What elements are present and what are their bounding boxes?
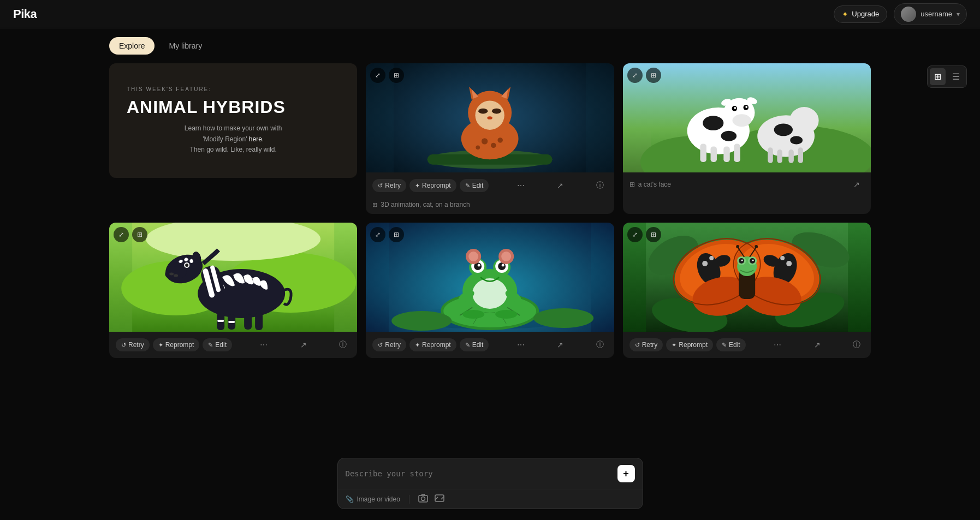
expand-icon-button-cows[interactable]: ⤢ xyxy=(627,68,643,83)
upgrade-button[interactable]: ✦ Upgrade xyxy=(834,5,887,23)
svg-rect-21 xyxy=(700,144,706,162)
reprompt-icon-frog: ✦ xyxy=(415,342,420,349)
featured-week-label: THIS WEEK'S FEATURE: xyxy=(127,86,340,92)
featured-description: Learn how to make your own with 'Modify … xyxy=(127,123,340,155)
bottom-input-bar: + 📎 Image or video xyxy=(337,458,643,520)
info-icon-zebra: ⓘ xyxy=(339,340,347,350)
copy-icon-button-zebra[interactable]: ⊞ xyxy=(132,227,147,242)
card-caption-cows: ⊞ a cat's face ↗ xyxy=(623,172,871,196)
attach-label: Image or video xyxy=(357,495,400,503)
edit-icon-zebra: ✎ xyxy=(208,342,213,349)
avatar xyxy=(901,7,916,22)
header: Pika ✦ Upgrade username ▾ xyxy=(0,0,980,28)
reprompt-button-frog-mouse[interactable]: ✦ Reprompt xyxy=(409,338,456,351)
card-butterfly-frog: ⤢ ⊞ xyxy=(623,223,871,358)
more-button-zebra[interactable]: ⋯ xyxy=(256,337,271,352)
caption-text: 3D animation, cat, on a branch xyxy=(381,201,470,208)
svg-rect-23 xyxy=(723,146,729,162)
card-zebra: ⤢ ⊞ xyxy=(109,223,357,358)
add-button[interactable]: + xyxy=(617,465,635,482)
more-button-cat-fox[interactable]: ⋯ xyxy=(513,178,528,193)
retry-icon: ↺ xyxy=(378,182,383,189)
retry-label-butterfly: Retry xyxy=(642,341,658,349)
aspect-button[interactable] xyxy=(435,494,444,504)
svg-point-14 xyxy=(491,143,496,148)
nav-bar: Explore My library ⊞ ☰ xyxy=(0,28,980,63)
svg-point-109 xyxy=(786,261,792,266)
card-overlay-icons-cat-fox: ⤢ ⊞ xyxy=(370,68,404,83)
nav-tab-explore[interactable]: Explore xyxy=(109,37,155,55)
svg-point-92 xyxy=(462,310,484,319)
upgrade-label: Upgrade xyxy=(852,10,879,18)
camera-button[interactable] xyxy=(418,494,428,504)
copy-icon-button[interactable]: ⊞ xyxy=(389,68,404,83)
info-button-zebra[interactable]: ⓘ xyxy=(335,337,351,352)
card-actions-butterfly-frog: ↺ Retry ✦ Reprompt ✎ Edit ⋯ ↗ xyxy=(623,332,871,358)
svg-rect-60 xyxy=(244,314,252,330)
copy-icon-button-butterfly[interactable]: ⊞ xyxy=(646,227,661,242)
edit-label-frog: Edit xyxy=(472,341,484,349)
copy-icon-zebra: ⊞ xyxy=(137,231,142,238)
reprompt-label: Reprompt xyxy=(422,182,451,189)
retry-label-zebra: Retry xyxy=(128,341,144,349)
reprompt-label-zebra: Reprompt xyxy=(165,341,194,349)
expand-icon-butterfly: ⤢ xyxy=(632,231,638,238)
edit-button-cat-fox[interactable]: ✎ Edit xyxy=(460,179,489,192)
share-button-cat-fox[interactable]: ↗ xyxy=(553,178,568,193)
more-button-frog[interactable]: ⋯ xyxy=(513,337,528,352)
copy-icon-butterfly: ⊞ xyxy=(651,231,656,238)
svg-point-33 xyxy=(703,116,723,130)
reprompt-button-cat-fox[interactable]: ✦ Reprompt xyxy=(409,179,456,192)
retry-button-frog-mouse[interactable]: ↺ Retry xyxy=(372,338,406,351)
reprompt-label-frog: Reprompt xyxy=(422,341,451,349)
featured-link[interactable]: here xyxy=(249,135,262,143)
expand-icon-cows: ⤢ xyxy=(632,71,638,79)
retry-button-butterfly[interactable]: ↺ Retry xyxy=(629,338,663,351)
copy-icon-button-cows[interactable]: ⊞ xyxy=(646,68,661,83)
card-cat-fox: ⤢ ⊞ xyxy=(366,63,614,214)
story-input[interactable] xyxy=(346,469,613,478)
tool-divider xyxy=(409,495,409,504)
user-menu[interactable]: username ▾ xyxy=(894,3,967,25)
info-button-butterfly[interactable]: ⓘ xyxy=(849,337,864,352)
share-button-butterfly[interactable]: ↗ xyxy=(810,337,825,352)
info-button-cat-fox[interactable]: ⓘ xyxy=(592,178,608,193)
share-button-zebra[interactable]: ↗ xyxy=(296,337,311,352)
svg-rect-36 xyxy=(768,147,773,163)
reprompt-button-zebra[interactable]: ✦ Reprompt xyxy=(153,338,200,351)
attach-button[interactable]: 📎 Image or video xyxy=(346,495,400,503)
expand-icon-button[interactable]: ⤢ xyxy=(370,68,385,83)
svg-rect-22 xyxy=(710,146,716,162)
edit-button-zebra[interactable]: ✎ Edit xyxy=(203,338,232,351)
expand-icon-button-butterfly[interactable]: ⤢ xyxy=(627,227,643,242)
svg-rect-38 xyxy=(788,150,794,163)
info-icon: ⓘ xyxy=(596,181,604,190)
reprompt-button-butterfly[interactable]: ✦ Reprompt xyxy=(666,338,713,351)
svg-point-93 xyxy=(495,310,517,319)
expand-icon-button-zebra[interactable]: ⤢ xyxy=(114,227,129,242)
card-overlay-icons-cows: ⤢ ⊞ xyxy=(627,68,661,83)
more-icon-zebra: ⋯ xyxy=(260,340,268,349)
more-icon: ⋯ xyxy=(517,181,525,190)
expand-icon-button-frog[interactable]: ⤢ xyxy=(370,227,385,242)
camera-icon xyxy=(418,494,428,504)
expand-icon: ⤢ xyxy=(375,71,381,79)
edit-button-frog-mouse[interactable]: ✎ Edit xyxy=(460,338,489,351)
share-button-frog[interactable]: ↗ xyxy=(553,337,568,352)
svg-point-15 xyxy=(476,145,480,150)
info-button-frog[interactable]: ⓘ xyxy=(592,337,608,352)
edit-button-butterfly[interactable]: ✎ Edit xyxy=(716,338,746,351)
input-row: + xyxy=(338,458,643,489)
copy-icon-frog: ⊞ xyxy=(394,231,399,238)
more-button-butterfly[interactable]: ⋯ xyxy=(770,337,785,352)
copy-icon-button-frog[interactable]: ⊞ xyxy=(389,227,404,242)
svg-point-12 xyxy=(488,116,493,119)
retry-button-cat-fox[interactable]: ↺ Retry xyxy=(372,179,406,192)
nav-tab-my-library[interactable]: My library xyxy=(159,37,212,55)
card-overlay-icons-butterfly: ⤢ ⊞ xyxy=(627,227,661,242)
share-icon-frog: ↗ xyxy=(557,340,563,349)
retry-button-zebra[interactable]: ↺ Retry xyxy=(116,338,150,351)
share-button-cows[interactable]: ↗ xyxy=(849,177,864,192)
share-icon-zebra: ↗ xyxy=(300,340,307,349)
main-content: THIS WEEK'S FEATURE: ANIMAL HYBRIDS Lear… xyxy=(0,63,980,423)
